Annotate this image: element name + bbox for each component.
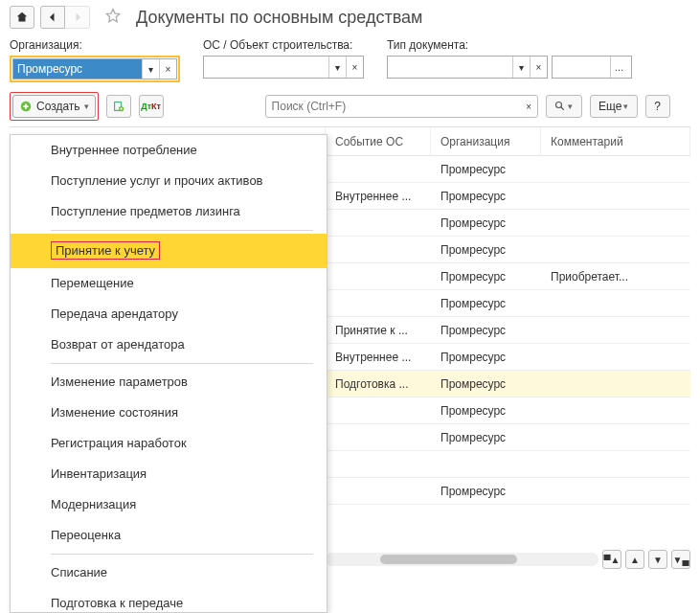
dtkt-button[interactable]: ДтКт	[139, 95, 164, 118]
col-comment[interactable]: Комментарий	[541, 127, 690, 155]
scrollbar-thumb[interactable]	[380, 555, 517, 564]
search-input[interactable]	[266, 100, 521, 113]
cell-org: Промресурс	[431, 431, 541, 444]
dropdown-item[interactable]: Передача арендатору	[11, 299, 327, 329]
cell-org: Промресурс	[431, 243, 541, 257]
cell-org: Промресурс	[431, 324, 541, 337]
cell-org: Промресурс	[431, 377, 541, 391]
doctype-dropdown-toggle[interactable]: ▾	[512, 57, 530, 78]
os-clear[interactable]: ×	[346, 57, 363, 78]
chevron-down-icon: ▾	[623, 102, 628, 111]
os-dropdown-toggle[interactable]: ▾	[328, 57, 346, 78]
svg-point-3	[556, 102, 562, 108]
help-button[interactable]: ?	[645, 95, 670, 118]
dropdown-separator	[51, 230, 313, 231]
search-go-button[interactable]: ▾	[546, 95, 582, 118]
doctype-clear[interactable]: ×	[530, 57, 547, 78]
col-org[interactable]: Организация	[431, 127, 541, 155]
chevron-down-icon: ▾	[568, 102, 573, 111]
dropdown-item[interactable]: Изменение состояния	[11, 397, 327, 428]
cell-org: Промресурс	[431, 163, 541, 176]
cell-event: Внутреннее ...	[326, 190, 431, 203]
dropdown-item[interactable]: Модернизация	[11, 489, 327, 520]
dropdown-separator	[51, 554, 313, 555]
extra-filter-more[interactable]: …	[610, 57, 627, 78]
search-box[interactable]: ×	[265, 95, 538, 118]
cell-org: Промресурс	[431, 190, 541, 203]
os-input[interactable]	[204, 57, 328, 77]
create-button[interactable]: Создать ▾	[12, 95, 96, 118]
search-clear[interactable]: ×	[521, 96, 537, 117]
forward-button	[65, 6, 90, 29]
extra-filter-input[interactable]	[553, 57, 610, 77]
back-button[interactable]	[40, 6, 65, 29]
col-event[interactable]: Событие ОС	[326, 127, 431, 155]
favorite-star-icon[interactable]	[103, 7, 123, 29]
org-clear[interactable]: ×	[159, 59, 176, 79]
extra-filter[interactable]: …	[552, 56, 632, 79]
os-combo[interactable]: ▾ ×	[203, 56, 364, 79]
dropdown-item[interactable]: Списание	[11, 557, 327, 588]
create-dropdown-menu: Внутреннее потреблениеПоступление услуг …	[10, 134, 327, 613]
page-title: Документы по основным средствам	[136, 8, 422, 28]
dropdown-item[interactable]: Изменение параметров	[11, 367, 327, 397]
scroll-bottom-button[interactable]: ▼▄	[671, 550, 690, 569]
create-button-label: Создать	[36, 100, 80, 113]
cell-org: Промресурс	[431, 404, 541, 418]
cell-org: Промресурс	[431, 485, 541, 498]
copy-button[interactable]	[106, 95, 131, 118]
cell-event: Принятие к ...	[326, 324, 431, 337]
cell-org: Промресурс	[431, 351, 541, 364]
os-label: ОС / Объект строительства:	[203, 38, 364, 52]
cell-org: Промресурс	[431, 297, 541, 310]
dropdown-item[interactable]: Поступление услуг и прочих активов	[11, 166, 327, 196]
cell-comment: Приобретает...	[541, 270, 690, 284]
cell-event: Внутреннее ...	[326, 351, 431, 364]
dropdown-item[interactable]: Внутреннее потребление	[11, 135, 327, 166]
dropdown-item[interactable]: Регистрация наработок	[11, 428, 327, 459]
cell-org: Промресурс	[431, 270, 541, 284]
org-dropdown-toggle[interactable]: ▾	[142, 59, 159, 79]
doctype-label: Тип документа:	[387, 38, 632, 52]
dropdown-item[interactable]: Переоценка	[11, 520, 327, 551]
scroll-down-button[interactable]: ▼	[648, 550, 667, 569]
dropdown-separator	[51, 363, 313, 364]
home-button[interactable]	[10, 6, 34, 29]
cell-org: Промресурс	[431, 216, 541, 230]
dropdown-item[interactable]: Поступление предметов лизинга	[11, 196, 327, 227]
dropdown-item[interactable]: Возврат от арендатора	[11, 329, 327, 360]
more-button[interactable]: Еще ▾	[590, 95, 638, 118]
horizontal-scrollbar[interactable]	[326, 553, 598, 566]
org-combo[interactable]: ▾ ×	[12, 58, 177, 79]
chevron-down-icon: ▾	[84, 102, 89, 111]
doctype-combo[interactable]: ▾ ×	[387, 56, 548, 79]
dropdown-item[interactable]: Инвентаризация	[11, 459, 327, 489]
cell-event: Подготовка ...	[326, 377, 431, 391]
dropdown-item[interactable]: Перемещение	[11, 268, 327, 299]
scroll-up-button[interactable]: ▲	[625, 550, 644, 569]
doctype-input[interactable]	[388, 57, 512, 77]
dropdown-item[interactable]: Принятие к учету	[11, 234, 327, 268]
scroll-top-button[interactable]: ▀▲	[602, 550, 621, 569]
org-input[interactable]	[13, 59, 142, 79]
dropdown-item[interactable]: Подготовка к передаче	[11, 588, 327, 613]
org-label: Организация:	[10, 38, 180, 52]
